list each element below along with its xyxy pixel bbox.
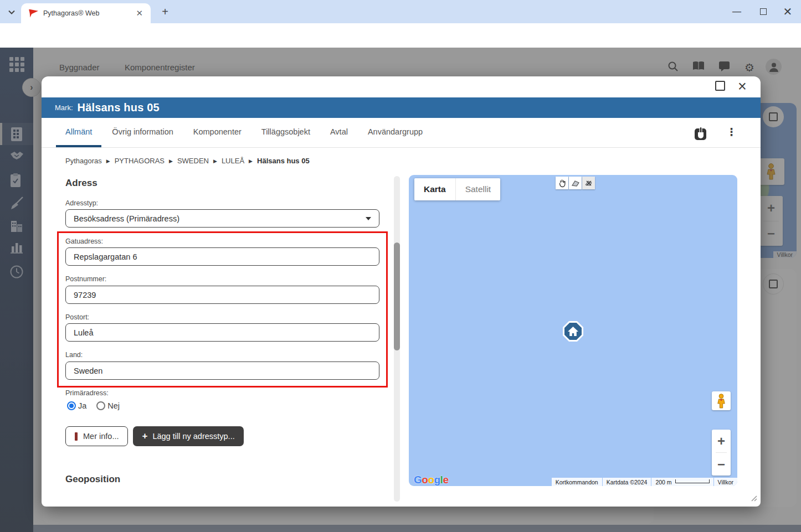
more-info-button[interactable]: Mer info... xyxy=(65,426,128,446)
pegman-street-view-button[interactable] xyxy=(712,391,731,410)
more-info-label: Mer info... xyxy=(83,432,119,441)
scrollbar-thumb[interactable] xyxy=(394,242,400,350)
address-buttons-row: Mer info... + Lägg till ny adresstyp... xyxy=(65,426,244,446)
section-heading-geoposition: Geoposition xyxy=(65,474,120,485)
tab-avtal[interactable]: Avtal xyxy=(321,118,357,147)
tab-close-icon[interactable]: ✕ xyxy=(134,7,145,19)
screen: Pythagoras® Web ✕ + — ✕ ← → pim.pythagor… xyxy=(0,0,801,532)
dialog-title: Hälsans hus 05 xyxy=(78,101,160,114)
google-logo: Google xyxy=(414,474,448,486)
primaradress-label: Primäradress: xyxy=(65,389,109,397)
dialog-kebab-menu-icon[interactable]: ⋮ xyxy=(726,126,736,140)
dialog-tab-bar: Allmänt Övrig information Komponenter Ti… xyxy=(42,118,761,148)
gatuadress-input[interactable] xyxy=(65,247,379,266)
tab-title: Pythagoras® Web xyxy=(43,9,134,17)
plus-icon: + xyxy=(142,431,147,442)
touch-tool-icon[interactable] xyxy=(694,127,707,143)
map-type-control: Karta Satellit xyxy=(414,178,500,200)
dialog-maximize-icon[interactable] xyxy=(715,81,725,91)
add-address-type-button[interactable]: + Lägg till ny adresstyp... xyxy=(133,426,243,446)
browser-tab[interactable]: Pythagoras® Web ✕ xyxy=(21,3,151,23)
info-bar-icon xyxy=(75,432,78,441)
dialog-close-icon[interactable]: × xyxy=(735,77,749,96)
breadcrumb-item[interactable]: PYTHAGORAS xyxy=(115,157,165,165)
chevron-down-icon xyxy=(366,217,371,220)
breadcrumb-separator-icon: ▶ xyxy=(213,158,217,164)
tab-tillaggsobjekt[interactable]: Tilläggsobjekt xyxy=(252,118,320,147)
map-drawing-tools xyxy=(556,177,595,189)
land-label: Land: xyxy=(65,351,83,359)
postnummer-input[interactable] xyxy=(65,286,379,304)
dialog-resize-handle[interactable] xyxy=(748,493,757,504)
map-scale-bar xyxy=(675,479,710,483)
radio-nej[interactable]: Nej xyxy=(96,401,120,410)
map-scale-label: 200 m xyxy=(655,479,671,485)
tab-komponenter[interactable]: Komponenter xyxy=(184,118,251,147)
map-panel[interactable]: Karta Satellit xyxy=(409,175,737,486)
window-close-button[interactable]: ✕ xyxy=(781,6,794,18)
breadcrumb-item[interactable]: LULEÅ xyxy=(222,157,244,165)
breadcrumb-separator-icon: ▶ xyxy=(106,158,110,164)
radio-ja-icon[interactable] xyxy=(67,401,76,410)
postnummer-label: Postnummer: xyxy=(65,275,106,283)
postort-label: Postort: xyxy=(65,313,89,321)
land-input[interactable] xyxy=(65,361,379,380)
new-tab-button[interactable]: + xyxy=(158,6,172,19)
map-type-satellit-button[interactable]: Satellit xyxy=(456,178,501,200)
radio-ja[interactable]: Ja xyxy=(67,401,86,410)
map-type-karta-button[interactable]: Karta xyxy=(414,178,456,200)
breadcrumb-item-current[interactable]: Hälsans hus 05 xyxy=(257,157,310,165)
window-maximize-button[interactable] xyxy=(757,6,770,18)
radio-nej-icon[interactable] xyxy=(96,401,105,410)
add-address-type-label: Lägg till ny adresstyp... xyxy=(152,432,234,441)
gatuadress-label: Gatuadress: xyxy=(65,237,103,245)
dialog-header: Mark: Hälsans hus 05 xyxy=(42,97,761,118)
radio-nej-label: Nej xyxy=(107,401,120,410)
tab-allmant[interactable]: Allmänt xyxy=(56,118,101,147)
zoom-out-button[interactable]: − xyxy=(712,453,731,476)
tab-search-chevron-icon[interactable] xyxy=(4,5,19,19)
dialog-window-bar: × xyxy=(42,76,761,97)
adresstyp-label: Adresstyp: xyxy=(65,199,98,207)
map-zoom-control: + − xyxy=(712,430,731,476)
zoom-in-button[interactable]: + xyxy=(712,430,731,452)
breadcrumb-separator-icon: ▶ xyxy=(169,158,173,164)
radio-ja-label: Ja xyxy=(78,401,86,410)
entity-type-label: Mark: xyxy=(55,104,73,112)
map-data-label: Kartdata ©2024 xyxy=(603,478,651,486)
mark-dialog: × Mark: Hälsans hus 05 Allmänt Övrig inf… xyxy=(42,76,761,507)
adresstyp-select[interactable]: Besöksadress (Primäradress) xyxy=(65,209,379,228)
polygon-draw-tool-icon[interactable] xyxy=(569,177,582,189)
tab-anvandargrupp[interactable]: Användargrupp xyxy=(358,118,432,147)
dialog-scrollbar[interactable] xyxy=(394,176,400,502)
terms-link[interactable]: Villkor xyxy=(714,478,737,486)
keyboard-shortcuts-link[interactable]: Kortkommandon xyxy=(552,478,602,486)
map-scale: 200 m xyxy=(651,478,713,486)
browser-toolbar: ← → pim.pythagoras.se/py_datamanager_int… xyxy=(0,23,801,48)
pan-hand-tool-icon[interactable] xyxy=(556,177,568,189)
building-location-marker-icon[interactable] xyxy=(563,321,583,342)
section-heading-adress: Adress xyxy=(65,178,97,189)
pythagoras-favicon-icon xyxy=(29,9,38,18)
breadcrumb-separator-icon: ▶ xyxy=(249,158,253,164)
primaradress-radio-group: Ja Nej xyxy=(67,401,120,410)
postort-input[interactable] xyxy=(65,323,379,342)
breadcrumb-item[interactable]: Pythagoras xyxy=(65,157,102,165)
breadcrumb-item[interactable]: SWEDEN xyxy=(177,157,209,165)
browser-tab-strip: Pythagoras® Web ✕ + — ✕ xyxy=(0,0,801,23)
map-attribution-bar: Kortkommandon Kartdata ©2024 200 m Villk… xyxy=(551,478,737,486)
polygon-delete-tool-icon[interactable] xyxy=(582,177,595,189)
tab-ovrig-information[interactable]: Övrig information xyxy=(102,118,182,147)
adresstyp-value: Besöksadress (Primäradress) xyxy=(74,214,179,223)
window-minimize-button[interactable]: — xyxy=(730,6,743,18)
breadcrumb: Pythagoras ▶ PYTHAGORAS ▶ SWEDEN ▶ LULEÅ… xyxy=(65,157,310,165)
